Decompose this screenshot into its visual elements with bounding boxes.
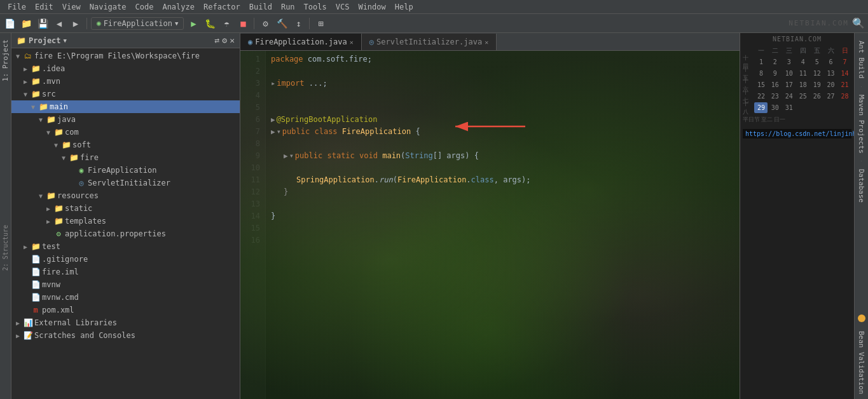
- menu-item-refactor[interactable]: Refactor: [200, 1, 244, 13]
- cal-day-21[interactable]: 21: [838, 79, 851, 90]
- cal-day-4[interactable]: 4: [796, 57, 809, 67]
- tree-item-mvn[interactable]: ▶ 📁 .mvn: [11, 75, 240, 88]
- tree-item-main[interactable]: ▼ 📁 main: [11, 100, 240, 113]
- menu-item-run[interactable]: Run: [277, 1, 299, 13]
- cal-day-11[interactable]: 11: [796, 68, 809, 79]
- cal-day-15[interactable]: 15: [754, 79, 768, 90]
- close-icon[interactable]: ✕: [230, 36, 235, 45]
- cal-day-1[interactable]: 1: [754, 57, 768, 67]
- cal-day-3[interactable]: 3: [782, 57, 796, 67]
- sync-icon[interactable]: ⇄: [215, 36, 220, 45]
- cal-day-10[interactable]: 10: [782, 68, 796, 79]
- fold-btn-9[interactable]: ▾: [289, 150, 294, 162]
- tab-fireapp-close[interactable]: ✕: [350, 39, 354, 46]
- tree-item-test[interactable]: ▶ 📁 test: [11, 240, 240, 253]
- tree-item-servlet[interactable]: ◎ ServletInitializer: [11, 177, 240, 189]
- tree-item-soft[interactable]: ▼ 📁 soft: [11, 139, 240, 151]
- cal-day-18[interactable]: 18: [796, 79, 809, 90]
- tab-maven[interactable]: Maven Projects: [856, 90, 867, 159]
- cal-day-23[interactable]: 23: [768, 91, 782, 102]
- cal-day-28[interactable]: 28: [838, 91, 851, 102]
- cal-day-16[interactable]: 16: [768, 79, 782, 90]
- chevron-down-icon[interactable]: ▼: [64, 37, 67, 44]
- menu-item-file[interactable]: File: [4, 1, 30, 13]
- menu-item-code[interactable]: Code: [132, 1, 158, 13]
- tree-item-templates[interactable]: ▶ 📁 templates: [11, 215, 240, 227]
- tree-item-fireiml[interactable]: 📄 fire.iml: [11, 266, 240, 278]
- tree-item-gitignore[interactable]: 📄 .gitignore: [11, 253, 240, 266]
- coverage-btn[interactable]: ☂: [219, 17, 233, 30]
- sidebar-structure[interactable]: 2: Structure: [1, 222, 10, 273]
- tree-item-static[interactable]: ▶ 📁 static: [11, 202, 240, 215]
- tree-item-src[interactable]: ▼ 📁 src: [11, 88, 240, 100]
- debug-btn[interactable]: 🐛: [203, 17, 217, 30]
- run-config-selector[interactable]: ◉ FireApplication ▼: [91, 17, 184, 30]
- tree-item-pomxml[interactable]: m pom.xml: [11, 304, 240, 316]
- menu-item-window[interactable]: Window: [354, 1, 389, 13]
- terminal-btn[interactable]: ⊞: [313, 17, 327, 30]
- cal-day-5[interactable]: 5: [810, 57, 823, 67]
- cal-day-13[interactable]: 13: [824, 68, 837, 79]
- cal-day-20[interactable]: 20: [824, 79, 837, 90]
- back-btn[interactable]: ◀: [52, 17, 66, 30]
- tab-bean-validation[interactable]: Bean Validation: [856, 326, 867, 399]
- cal-day-9[interactable]: 9: [768, 68, 782, 79]
- tree-item-idea[interactable]: ▶ 📁 .idea: [11, 62, 240, 75]
- tree-item-mvnwcmd[interactable]: 📄 mvnw.cmd: [11, 291, 240, 304]
- cal-day-19[interactable]: 19: [810, 79, 823, 90]
- menu-item-navigate[interactable]: Navigate: [86, 1, 130, 13]
- forward-btn[interactable]: ▶: [69, 17, 83, 30]
- tree-item-scratches[interactable]: ▶ 📝 Scratches and Consoles: [11, 329, 240, 342]
- cal-day-2[interactable]: 2: [768, 57, 782, 67]
- code-content[interactable]: package com.soft.fire; ▸ import ...;: [266, 51, 740, 399]
- tree-item-resources[interactable]: ▼ 📁 resources: [11, 189, 240, 202]
- cal-day-30[interactable]: 30: [768, 102, 782, 113]
- tree-item-fire-pkg[interactable]: ▼ 📁 fire: [11, 151, 240, 164]
- cal-day-31[interactable]: 31: [782, 102, 796, 113]
- stop-btn[interactable]: ■: [236, 17, 250, 30]
- tree-item-java[interactable]: ▼ 📁 java: [11, 113, 240, 126]
- fold-close-12[interactable]: }: [284, 186, 288, 198]
- cal-day-17[interactable]: 17: [782, 79, 796, 90]
- tab-fireapp[interactable]: ◉ FireApplication.java ✕: [240, 34, 362, 50]
- cal-day-12[interactable]: 12: [810, 68, 823, 79]
- menu-item-view[interactable]: View: [59, 1, 85, 13]
- menu-item-help[interactable]: Help: [391, 1, 417, 13]
- search-btn[interactable]: 🔍: [851, 17, 865, 30]
- tab-database[interactable]: Database: [856, 164, 867, 208]
- build-btn[interactable]: 🔨: [275, 17, 289, 30]
- run-gutter-9[interactable]: ▶: [284, 150, 288, 162]
- sidebar-item-project[interactable]: 1: Project: [0, 36, 11, 85]
- tree-item-ext-libs[interactable]: ▶ 📊 External Libraries: [11, 316, 240, 329]
- cal-day-26[interactable]: 26: [810, 91, 823, 102]
- tree-root[interactable]: ▼ 🗂 fire E:\Program Files\Workspace\fire: [11, 50, 240, 62]
- menu-item-edit[interactable]: Edit: [31, 1, 57, 13]
- tree-item-fireapp[interactable]: ◉ FireApplication: [11, 164, 240, 177]
- cal-day-27[interactable]: 27: [824, 91, 837, 102]
- cal-day-22[interactable]: 22: [754, 91, 768, 102]
- vcs-btn[interactable]: ↕: [291, 17, 305, 30]
- cal-day-24[interactable]: 24: [782, 91, 796, 102]
- tab-ant-build[interactable]: Ant Build: [856, 36, 867, 84]
- tree-item-appprops[interactable]: ⚙ application.properties: [11, 227, 240, 240]
- tab-servlet-close[interactable]: ✕: [485, 39, 488, 46]
- menu-item-analyze[interactable]: Analyze: [158, 1, 198, 13]
- menu-item-build[interactable]: Build: [245, 1, 276, 13]
- run-gutter-6[interactable]: ▶: [271, 114, 275, 126]
- cal-day-29[interactable]: 29: [754, 102, 768, 113]
- cal-day-7[interactable]: 7: [838, 57, 851, 67]
- menu-item-vcs[interactable]: VCS: [332, 1, 354, 13]
- menu-item-tools[interactable]: Tools: [300, 1, 331, 13]
- cal-day-14[interactable]: 14: [838, 68, 851, 79]
- save-btn[interactable]: 💾: [36, 17, 50, 30]
- tree-item-mvnw[interactable]: 📄 mvnw: [11, 278, 240, 291]
- settings-icon[interactable]: ⚙: [222, 36, 227, 45]
- settings-btn[interactable]: ⚙: [258, 17, 272, 30]
- run-gutter-7[interactable]: ▶: [271, 126, 275, 138]
- tab-servlet[interactable]: ◎ ServletInitializer.java ✕: [362, 34, 497, 50]
- fold-btn-3[interactable]: ▸: [271, 78, 275, 90]
- open-btn[interactable]: 📁: [19, 17, 33, 30]
- new-file-btn[interactable]: 📄: [3, 17, 17, 30]
- cal-day-6[interactable]: 6: [824, 57, 837, 67]
- cal-day-8[interactable]: 8: [754, 68, 768, 79]
